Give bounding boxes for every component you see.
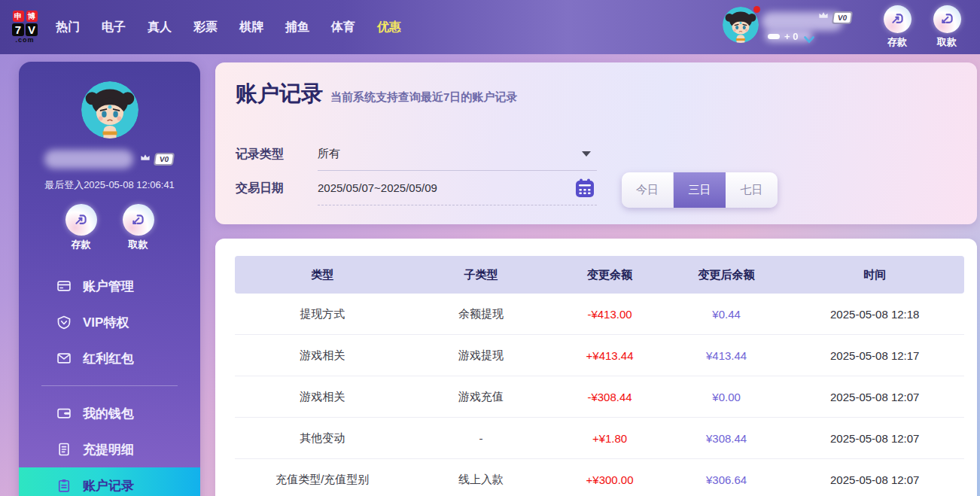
range-button-three-days[interactable]: 三日 — [674, 172, 726, 208]
column-header: 变更余额 — [552, 268, 668, 282]
logo-suffix: .com — [15, 37, 34, 44]
column-header: 变更后余额 — [668, 268, 786, 282]
column-header: 类型 — [235, 268, 410, 282]
nav-item-sports[interactable]: 体育 — [331, 20, 355, 35]
sidebar-item-account-records[interactable]: 账户记录 — [19, 467, 200, 496]
notification-dot — [753, 6, 760, 13]
logo-badge: 申 — [13, 11, 24, 22]
sidebar-item-label: 账户管理 — [83, 278, 134, 295]
table-row: 其他变动 - +¥1.80 ¥308.44 2025-05-08 12:07 — [235, 418, 964, 459]
nav-item-board-games[interactable]: 棋牌 — [239, 20, 263, 35]
logo-badge: 博 — [26, 11, 38, 22]
deposit-arrow-icon — [884, 5, 912, 33]
nav-item-live[interactable]: 真人 — [148, 20, 172, 35]
nav-item-lottery[interactable]: 彩票 — [193, 20, 218, 35]
vip-crown-icon — [138, 152, 153, 166]
table-row: 提现方式 余额提现 -¥413.00 ¥0.44 2025-05-08 12:1… — [235, 294, 964, 335]
main-nav: 热门电子真人彩票棋牌捕鱼体育优惠 — [56, 20, 401, 35]
withdraw-button[interactable]: 取款 — [927, 5, 966, 49]
profile-block: V0 最后登入2025-05-08 12:06:41 存款 取款 — [19, 62, 200, 251]
sidebar-item-vip-privileges[interactable]: VIP特权 — [19, 304, 200, 340]
clipboard-icon — [56, 478, 72, 493]
document-icon — [56, 442, 72, 457]
top-navbar: 申博 7V .com 热门电子真人彩票棋牌捕鱼体育优惠 + 0 V0 存款 取款 — [0, 0, 980, 54]
balance-text: + 0 — [784, 31, 798, 42]
nav-item-fishing[interactable]: 捕鱼 — [285, 20, 309, 35]
date-range-input[interactable]: 2025/05/07~2025/05/09 — [318, 171, 597, 205]
deposit-arrow-icon — [65, 204, 97, 236]
table-row: 充值类型/充值型别 线上入款 +¥300.00 ¥306.64 2025-05-… — [235, 459, 964, 496]
blurred-profile-name — [44, 150, 133, 169]
sidebar-item-account-management[interactable]: 账户管理 — [19, 268, 200, 304]
logo-letter: 7 — [12, 23, 24, 36]
sidebar-item-label: 我的钱包 — [83, 405, 134, 422]
profile-avatar[interactable] — [81, 81, 138, 138]
cell-time: 2025-05-08 12:18 — [786, 308, 964, 321]
sidebar-item-deposit-withdraw-details[interactable]: 充提明细 — [19, 431, 200, 467]
calendar-icon[interactable] — [574, 178, 595, 199]
date-range-label: 交易日期 — [236, 171, 318, 205]
cell-subtype: 游戏提现 — [410, 348, 552, 363]
cell-type: 游戏相关 — [235, 348, 410, 363]
logo-badges: 申博 — [13, 11, 38, 22]
wallet-icon — [56, 406, 72, 421]
cell-subtype: 余额提现 — [410, 307, 552, 321]
cell-change-amount: +¥413.44 — [552, 349, 668, 362]
cell-change-amount: +¥1.80 — [552, 432, 668, 445]
sidebar-item-label: 充提明细 — [83, 441, 134, 458]
cell-balance-after: ¥308.44 — [668, 432, 786, 445]
cell-time: 2025-05-08 12:17 — [786, 349, 964, 362]
column-header: 子类型 — [410, 268, 552, 282]
deposit-button[interactable]: 存款 — [878, 5, 917, 49]
nav-item-promotions[interactable]: 优惠 — [377, 20, 401, 35]
cell-type: 提现方式 — [235, 307, 410, 321]
chevron-down-icon — [582, 151, 591, 157]
cell-type: 充值类型/充值型别 — [235, 473, 410, 487]
nav-item-slots[interactable]: 电子 — [102, 20, 126, 35]
cell-change-amount: +¥300.00 — [552, 473, 668, 486]
range-button-seven-days[interactable]: 七日 — [726, 172, 778, 208]
account-records-panel: 账户记录 当前系统支持查询最近7日的账户记录 记录类型 所有 交易日期 2025… — [215, 62, 977, 224]
sidebar-item-my-wallet[interactable]: 我的钱包 — [19, 395, 200, 431]
column-header: 时间 — [786, 268, 964, 282]
withdraw-arrow-icon — [933, 5, 961, 33]
sidebar-menu: 账户管理 VIP特权 红利红包 我的钱包 充提明细 账户记录 — [19, 268, 200, 496]
date-quick-range-group: 今日三日七日 — [622, 172, 778, 208]
table-row: 游戏相关 游戏提现 +¥413.44 ¥413.44 2025-05-08 12… — [235, 335, 964, 376]
vip-shield-icon — [56, 315, 72, 330]
site-logo[interactable]: 申博 7V .com — [12, 11, 38, 44]
table-row: 游戏相关 游戏充值 -¥308.44 ¥0.00 2025-05-08 12:0… — [235, 376, 964, 418]
table-body: 提现方式 余额提现 -¥413.00 ¥0.44 2025-05-08 12:1… — [235, 294, 964, 496]
menu-divider — [41, 385, 178, 386]
deposit-button[interactable]: 存款 — [62, 204, 101, 251]
cell-balance-after: ¥413.44 — [668, 349, 786, 362]
logo-letter: V — [26, 23, 38, 36]
last-login-text: 最后登入2025-05-08 12:06:41 — [44, 178, 175, 192]
user-cluster: + 0 V0 — [723, 3, 873, 51]
sidebar-item-label: 红利红包 — [83, 350, 134, 367]
cell-balance-after: ¥0.44 — [668, 308, 786, 321]
nav-item-hot[interactable]: 热门 — [56, 20, 80, 35]
date-range-value: 2025/05/07~2025/05/09 — [318, 181, 574, 194]
range-button-today[interactable]: 今日 — [622, 172, 674, 208]
sidebar: V0 最后登入2025-05-08 12:06:41 存款 取款 账户管理 VI… — [19, 62, 200, 496]
records-table-card: 类型子类型变更余额变更后余额时间 提现方式 余额提现 -¥413.00 ¥0.4… — [215, 239, 977, 496]
card-icon — [56, 278, 72, 294]
cell-time: 2025-05-08 12:07 — [786, 432, 964, 445]
cell-subtype: 线上入款 — [410, 473, 552, 487]
refresh-balance-icon[interactable] — [804, 33, 814, 47]
vip-level-badge[interactable]: V0 — [154, 153, 175, 166]
sidebar-item-label: 账户记录 — [83, 477, 134, 494]
cell-time: 2025-05-08 12:07 — [786, 391, 964, 403]
cell-balance-after: ¥0.00 — [668, 391, 786, 403]
cell-balance-after: ¥306.64 — [668, 473, 786, 486]
cell-change-amount: -¥413.00 — [552, 308, 668, 321]
record-type-label: 记录类型 — [236, 138, 318, 171]
user-avatar[interactable] — [723, 7, 759, 43]
withdraw-button[interactable]: 取款 — [119, 204, 158, 251]
record-type-select[interactable]: 所有 — [318, 138, 597, 171]
sidebar-item-bonus-red-packet[interactable]: 红利红包 — [19, 340, 200, 376]
vip-level-badge[interactable]: V0 — [832, 11, 854, 24]
page-subtitle: 当前系统支持查询最近7日的账户记录 — [330, 90, 517, 105]
envelope-icon — [56, 351, 72, 366]
